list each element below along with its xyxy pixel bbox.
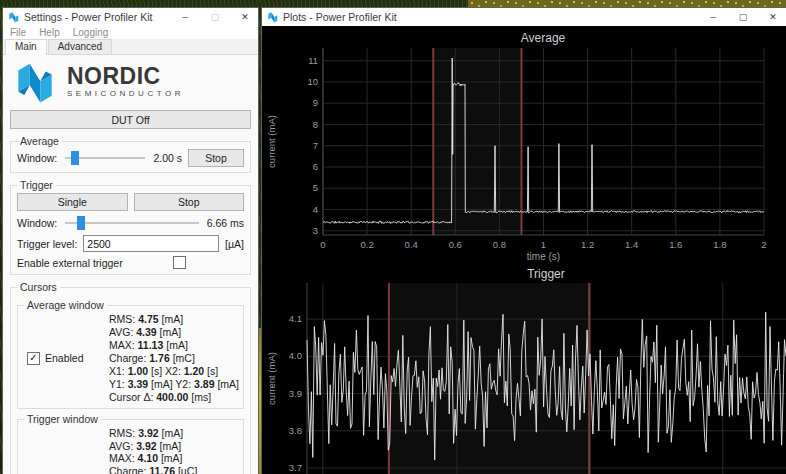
stat-line: AVG: 3.92 [mA]	[109, 440, 239, 453]
stat-line: X1: 1.00 [s] X2: 1.20 [s]	[109, 365, 239, 378]
trigger-chart[interactable]: Trigger3.73.83.94.04.1current (mA)	[262, 266, 786, 474]
average-window-stats: RMS: 4.75 [mA]AVG: 4.39 [mA]MAX: 11.13 […	[109, 312, 239, 404]
average-window-subgroup-legend: Average window	[24, 299, 107, 311]
external-trigger-label: Enable external trigger	[17, 257, 123, 269]
stat-line: MAX: 11.13 [mA]	[109, 339, 239, 352]
x-tick-label: 2	[761, 239, 766, 250]
nordic-logo-icon	[12, 60, 58, 104]
plots-client-area: Average3456789101100.20.40.60.811.21.41.…	[262, 26, 786, 474]
tab-main[interactable]: Main	[5, 39, 47, 55]
average-window-label: Window:	[17, 152, 57, 164]
trigger-group-legend: Trigger	[17, 179, 56, 191]
x-tick-label: 1.2	[581, 239, 594, 250]
y-tick-label: 4.0	[289, 350, 302, 361]
stat-line: AVG: 4.39 [mA]	[109, 326, 239, 339]
trigger-window-slider[interactable]	[63, 215, 200, 231]
y-tick-label: 6	[313, 161, 318, 172]
y-tick-label: 4	[313, 204, 318, 215]
average-window-enabled-checkbox[interactable]: ✓	[27, 352, 40, 365]
brand-name: NORDIC	[67, 66, 184, 87]
tab-advanced[interactable]: Advanced	[48, 39, 112, 54]
x-tick-label: 0	[320, 239, 325, 250]
trigger-single-button[interactable]: Single	[17, 193, 128, 211]
average-stop-button[interactable]: Stop	[188, 149, 244, 167]
app-icon-nordic	[267, 11, 279, 23]
chart-title: Average	[521, 31, 566, 45]
trigger-window-value: 6.66 ms	[207, 217, 244, 229]
trigger-level-unit: [µA]	[225, 238, 244, 250]
x-tick-label: 0.8	[493, 239, 506, 250]
y-tick-label: 5	[313, 182, 318, 193]
minimize-icon[interactable]: –	[700, 8, 726, 26]
close-icon[interactable]: ✕	[760, 8, 786, 26]
trigger-group: Trigger Single Stop Window: 6.66 ms Trig…	[10, 185, 251, 275]
average-group-legend: Average	[17, 135, 62, 147]
trigger-window-label: Window:	[17, 217, 57, 229]
dut-off-button[interactable]: DUT Off	[10, 110, 251, 129]
slider-thumb[interactable]	[71, 151, 79, 165]
plots-window-title: Plots - Power Profiler Kit	[283, 11, 696, 23]
settings-window-title: Settings - Power Profiler Kit	[24, 11, 168, 23]
x-tick-label: 0.4	[405, 239, 418, 250]
average-window-subgroup: Average window ✓ Enabled RMS: 4.75 [mA]A…	[17, 305, 244, 409]
x-axis-label: time (s)	[527, 251, 560, 262]
trigger-window-subgroup: Trigger window ✓ Enabled RMS: 3.92 [mA]A…	[17, 419, 244, 474]
app-icon-nordic	[8, 11, 20, 23]
x-tick-label: 0.2	[360, 239, 373, 250]
stat-line: Y1: 3.39 [mA] Y2: 3.89 [mA]	[109, 378, 239, 391]
chart-title: Trigger	[527, 267, 565, 281]
y-tick-label: 3.8	[289, 425, 302, 436]
y-axis-label: current (mA)	[266, 352, 277, 405]
trigger-stop-button[interactable]: Stop	[134, 193, 245, 211]
trigger-level-input[interactable]: 2500	[83, 235, 219, 252]
nordic-logo: NORDIC SEMICONDUCTOR	[10, 57, 251, 106]
x-tick-label: 1.6	[669, 239, 682, 250]
y-tick-label: 4.1	[289, 313, 302, 324]
settings-content: NORDIC SEMICONDUCTOR DUT Off Average Win…	[3, 55, 258, 474]
cursors-group-legend: Cursors	[17, 281, 60, 293]
x-tick-label: 0.6	[449, 239, 462, 250]
y-tick-label: 3.9	[289, 388, 302, 399]
trigger-window-subgroup-legend: Trigger window	[24, 413, 101, 425]
y-tick-label: 9	[313, 97, 318, 108]
external-trigger-checkbox[interactable]	[173, 256, 186, 269]
average-group: Average Window: 2.00 s Stop	[10, 141, 251, 173]
menu-help[interactable]: Help	[39, 27, 60, 38]
average-window-value: 2.00 s	[153, 152, 182, 164]
y-tick-label: 11	[308, 55, 318, 66]
tab-strip: MainAdvanced	[3, 39, 258, 55]
average-window-enabled-label: Enabled	[45, 352, 84, 364]
cursor-region	[433, 48, 521, 235]
trigger-window-stats: RMS: 3.92 [mA]AVG: 3.92 [mA]MAX: 4.10 [m…	[109, 426, 239, 474]
stat-line: RMS: 4.75 [mA]	[109, 313, 239, 326]
menu-logging[interactable]: Logging	[73, 27, 109, 38]
slider-thumb[interactable]	[77, 216, 85, 230]
stat-line: MAX: 4.10 [mA]	[109, 452, 239, 465]
y-axis-label: current (mA)	[266, 115, 277, 168]
settings-window: Settings - Power Profiler Kit – ▢ ✕ File…	[3, 8, 258, 474]
menu-file[interactable]: File	[10, 27, 26, 38]
y-tick-label: 10	[307, 76, 318, 87]
stat-line: Charge: 1.76 [mC]	[109, 352, 239, 365]
plots-window: Plots - Power Profiler Kit – ▢ ✕ Average…	[262, 8, 786, 474]
y-tick-label: 7	[313, 140, 318, 151]
y-tick-label: 3.7	[289, 462, 302, 473]
x-tick-label: 1.4	[625, 239, 638, 250]
settings-titlebar[interactable]: Settings - Power Profiler Kit – ▢ ✕	[3, 8, 258, 26]
cursors-group: Cursors Average window ✓ Enabled RMS: 4.…	[10, 287, 251, 474]
average-chart[interactable]: Average3456789101100.20.40.60.811.21.41.…	[262, 26, 786, 266]
stat-line: Charge: 11.76 [µC]	[109, 465, 239, 474]
stat-line: Cursor Δ: 400.00 [ms]	[109, 391, 239, 404]
minimize-icon[interactable]: –	[172, 8, 198, 26]
average-window-slider[interactable]	[63, 150, 147, 166]
stat-line: RMS: 3.92 [mA]	[109, 427, 239, 440]
plots-titlebar[interactable]: Plots - Power Profiler Kit – ▢ ✕	[262, 8, 786, 26]
maximize-icon[interactable]: ▢	[730, 8, 756, 26]
brand-subtitle: SEMICONDUCTOR	[67, 89, 184, 98]
close-icon[interactable]: ✕	[232, 8, 258, 26]
y-tick-label: 3	[313, 225, 318, 236]
menu-bar: FileHelpLogging	[3, 26, 258, 39]
y-tick-label: 8	[313, 119, 318, 130]
x-tick-label: 1.8	[713, 239, 726, 250]
trigger-level-label: Trigger level:	[17, 238, 77, 250]
